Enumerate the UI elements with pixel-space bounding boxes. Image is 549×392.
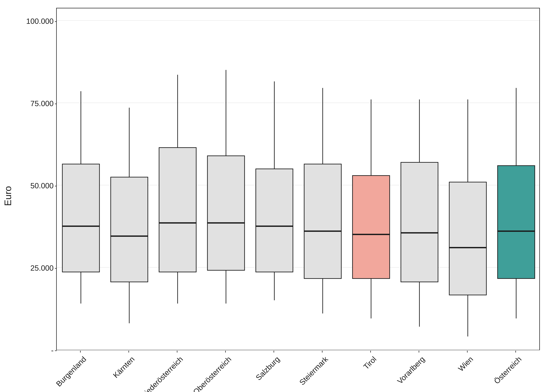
x-tick-mark bbox=[370, 351, 371, 353]
x-tick-label: Kärnten bbox=[111, 354, 137, 380]
y-tick-label: 100.000 bbox=[26, 17, 54, 25]
median-line bbox=[255, 225, 293, 227]
iqr-box bbox=[352, 175, 390, 279]
x-tick-mark bbox=[80, 351, 81, 353]
y-tick-label: 25.000 bbox=[30, 264, 54, 272]
x-tick-mark bbox=[177, 351, 177, 353]
iqr-box bbox=[255, 168, 293, 272]
iqr-box bbox=[111, 177, 148, 282]
y-tick-mark bbox=[55, 21, 57, 22]
boxplot-kärnten bbox=[111, 7, 148, 350]
iqr-box bbox=[62, 164, 100, 272]
median-line bbox=[497, 231, 535, 232]
y-tick-label: - bbox=[51, 346, 54, 355]
iqr-box bbox=[449, 182, 487, 295]
median-line bbox=[207, 222, 245, 224]
x-tick-mark bbox=[467, 351, 468, 353]
x-tick-mark bbox=[274, 351, 274, 353]
boxplot-vorarlberg bbox=[401, 7, 438, 350]
x-tick-label: Tirol bbox=[362, 354, 379, 371]
y-tick-mark bbox=[55, 350, 57, 351]
plot-panel bbox=[56, 8, 540, 350]
y-axis-title: Euro bbox=[2, 186, 13, 206]
x-tick-label: Salzburg bbox=[254, 354, 282, 382]
boxplot-tirol bbox=[352, 7, 390, 350]
boxplot-oberösterreich bbox=[207, 7, 245, 350]
iqr-box bbox=[401, 162, 438, 282]
iqr-box bbox=[207, 155, 245, 271]
x-tick-mark bbox=[419, 351, 419, 353]
y-tick-mark bbox=[55, 186, 57, 186]
boxplot-österreich bbox=[497, 7, 535, 350]
median-line bbox=[304, 231, 342, 232]
y-tick-mark bbox=[55, 104, 57, 104]
y-tick-label: 50.000 bbox=[30, 181, 54, 190]
x-tick-label: Vorarlberg bbox=[395, 354, 427, 385]
x-tick-label: Steiermark bbox=[297, 354, 330, 387]
x-tick-label: Niederösterreich bbox=[139, 354, 185, 392]
x-tick-label: Oberösterreich bbox=[191, 354, 234, 392]
x-tick-mark bbox=[225, 351, 226, 353]
median-line bbox=[111, 235, 148, 237]
x-tick-mark bbox=[515, 351, 516, 353]
median-line bbox=[449, 247, 487, 248]
boxplot-chart: Euro -25.00050.00075.000100.000 Burgenla… bbox=[0, 0, 549, 392]
median-line bbox=[401, 232, 438, 233]
boxplot-wien bbox=[449, 7, 487, 350]
boxplot-burgenland bbox=[62, 7, 100, 350]
y-tick-label: 75.000 bbox=[30, 99, 54, 108]
boxplot-salzburg bbox=[255, 7, 293, 350]
x-tick-label: Wien bbox=[456, 354, 475, 373]
iqr-box bbox=[159, 147, 197, 272]
x-tick-mark bbox=[128, 351, 129, 353]
x-tick-label: Burgenland bbox=[54, 354, 88, 388]
boxplot-niederösterreich bbox=[159, 7, 197, 350]
x-tick-label: Österreich bbox=[492, 354, 524, 385]
iqr-box bbox=[304, 164, 342, 279]
iqr-box bbox=[497, 165, 535, 279]
median-line bbox=[62, 225, 100, 227]
median-line bbox=[159, 222, 197, 224]
median-line bbox=[352, 234, 390, 235]
y-tick-mark bbox=[55, 268, 57, 269]
boxplot-steiermark bbox=[304, 7, 342, 350]
x-tick-mark bbox=[322, 351, 323, 353]
